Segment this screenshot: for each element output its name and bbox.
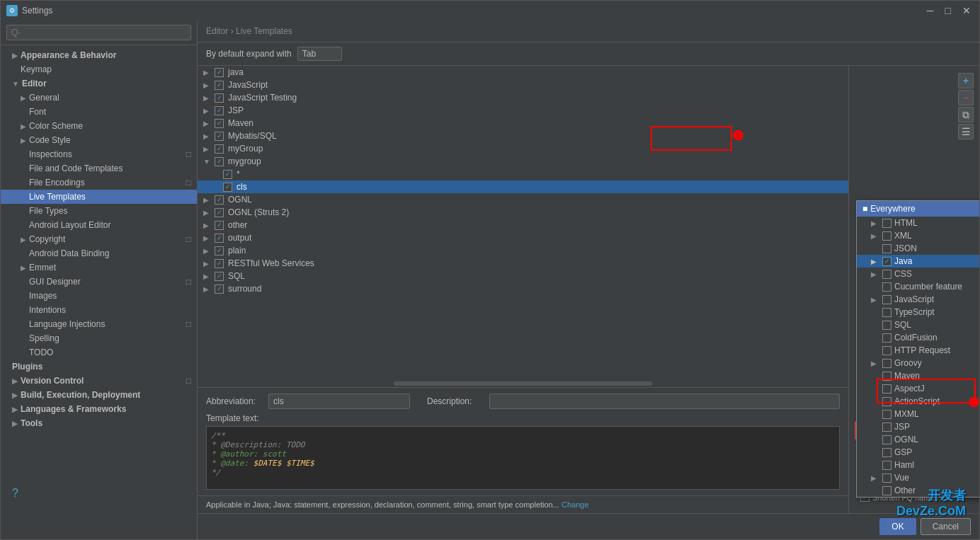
sidebar-item-plugins[interactable]: Plugins [1, 360, 197, 374]
checkbox-mxml[interactable] [882, 410, 891, 419]
add-button[interactable]: + [958, 73, 974, 88]
popup-item-javascript[interactable]: ▶ JavaScript [857, 293, 979, 306]
checkbox-haml[interactable] [882, 461, 891, 470]
popup-item-haml[interactable]: Haml [857, 459, 979, 471]
checkbox-cucumber[interactable] [882, 282, 891, 292]
sidebar-item-file-encodings[interactable]: File Encodings □ [1, 176, 197, 190]
settings-button[interactable]: ☰ [958, 124, 974, 139]
popup-item-aspectj[interactable]: AspectJ [857, 382, 979, 395]
close-button[interactable]: ✕ [959, 5, 974, 16]
popup-item-xml[interactable]: ▶ XML [857, 229, 979, 242]
h-scrollbar[interactable] [394, 381, 651, 386]
sidebar-item-images[interactable]: Images [1, 289, 197, 303]
expand-select[interactable]: Tab Enter Space [297, 47, 342, 61]
change-link[interactable]: Change [562, 500, 589, 509]
checkbox-coldfusion[interactable] [882, 333, 891, 343]
checkbox-java[interactable] [215, 68, 224, 77]
checkbox-sql-popup[interactable] [882, 321, 891, 330]
popup-item-vue[interactable]: ▶ Vue [857, 471, 979, 484]
tree-item-other[interactable]: ▶ other [198, 219, 848, 231]
sidebar-item-appearance[interactable]: ▶ Appearance & Behavior [1, 48, 197, 62]
checkbox-ognl-popup[interactable] [882, 435, 891, 444]
help-icon[interactable]: ? [12, 487, 18, 500]
copy-button[interactable]: ⧉ [958, 107, 974, 122]
popup-item-cucumber[interactable]: Cucumber feature [857, 280, 979, 293]
tree-item-sql[interactable]: ▶ SQL [198, 270, 848, 282]
checkbox-maven[interactable] [215, 119, 224, 128]
sidebar-item-inspections[interactable]: Inspections □ [1, 147, 197, 161]
checkbox-plain[interactable] [215, 246, 224, 255]
popup-item-maven-popup[interactable]: Maven [857, 369, 979, 382]
popup-item-actionscript[interactable]: ActionScript [857, 395, 979, 408]
tree-item-ognl-struts[interactable]: ▶ OGNL (Struts 2) [198, 206, 848, 219]
checkbox-js-testing[interactable] [215, 93, 224, 103]
sidebar-item-spelling[interactable]: Spelling [1, 331, 197, 345]
sidebar-item-font[interactable]: Font [1, 105, 197, 119]
tree-item-jsp[interactable]: ▶ JSP [198, 104, 848, 117]
tree-item-javascript[interactable]: ▶ JavaScript [198, 79, 848, 91]
checkbox-groovy[interactable] [882, 359, 891, 368]
popup-item-typescript[interactable]: TypeScript [857, 306, 979, 318]
tree-item-star[interactable]: * [198, 168, 848, 180]
checkbox-javascript-popup[interactable] [882, 295, 891, 304]
tree-item-maven[interactable]: ▶ Maven [198, 117, 848, 130]
tree-item-java[interactable]: ▶ java [198, 66, 848, 79]
tree-item-mybatis[interactable]: ▶ Mybatis/SQL [198, 130, 848, 142]
sidebar-item-keymap[interactable]: Keymap [1, 62, 197, 76]
sidebar-item-tools[interactable]: ▶ Tools [1, 416, 197, 430]
checkbox-star[interactable] [223, 170, 232, 179]
checkbox-gsp[interactable] [882, 448, 891, 457]
tree-item-mygroup-cap[interactable]: ▶ myGroup [198, 142, 848, 155]
sidebar-item-code-style[interactable]: ▶ Code Style [1, 133, 197, 147]
checkbox-vue[interactable] [882, 473, 891, 483]
checkbox-xml[interactable] [882, 231, 891, 241]
checkbox-mygroup-cap[interactable] [215, 144, 224, 154]
popup-item-java[interactable]: ▶ Java [857, 255, 979, 268]
sidebar-item-general[interactable]: ▶ General [1, 91, 197, 105]
search-input[interactable] [6, 25, 191, 40]
checkbox-mybatis[interactable] [215, 132, 224, 141]
popup-item-http[interactable]: HTTP Request [857, 344, 979, 357]
tree-item-ognl[interactable]: ▶ OGNL [198, 193, 848, 206]
checkbox-jsp-popup[interactable] [882, 423, 891, 432]
sidebar-item-language-injections[interactable]: Language Injections □ [1, 317, 197, 331]
checkbox-sql[interactable] [215, 272, 224, 281]
sidebar-item-file-code-templates[interactable]: File and Code Templates [1, 161, 197, 176]
popup-item-html[interactable]: ▶ HTML [857, 217, 979, 229]
checkbox-java-popup[interactable] [882, 257, 891, 266]
ok-button[interactable]: OK [879, 518, 916, 535]
remove-button[interactable]: − [958, 90, 974, 105]
template-editor[interactable]: /** * @Description: TODO * @author: scot… [206, 426, 840, 490]
maximize-button[interactable]: □ [942, 5, 954, 16]
popup-item-groovy[interactable]: ▶ Groovy [857, 357, 979, 369]
sidebar-item-emmet[interactable]: ▶ Emmet [1, 260, 197, 275]
popup-item-sql-popup[interactable]: SQL [857, 318, 979, 331]
popup-item-coldfusion[interactable]: ColdFusion [857, 331, 979, 344]
checkbox-css[interactable] [882, 270, 891, 279]
checkbox-ognl[interactable] [215, 195, 224, 205]
cancel-button[interactable]: Cancel [921, 518, 971, 535]
checkbox-aspectj[interactable] [882, 384, 891, 393]
sidebar-item-editor[interactable]: ▼ Editor [1, 76, 197, 91]
tree-item-restful[interactable]: ▶ RESTful Web Services [198, 257, 848, 270]
checkbox-actionscript[interactable] [882, 397, 891, 406]
checkbox-json[interactable] [882, 244, 891, 253]
sidebar-item-color-scheme[interactable]: ▶ Color Scheme [1, 119, 197, 133]
tree-item-surround[interactable]: ▶ surround [198, 282, 848, 295]
description-input[interactable] [489, 393, 840, 409]
tree-item-output[interactable]: ▶ output [198, 231, 848, 244]
sidebar-item-build[interactable]: ▶ Build, Execution, Deployment [1, 388, 197, 402]
minimize-button[interactable]: ─ [924, 5, 937, 16]
checkbox-maven-popup[interactable] [882, 372, 891, 381]
sidebar-item-vcs[interactable]: ▶ Version Control □ [1, 374, 197, 388]
checkbox-output[interactable] [215, 234, 224, 243]
popup-item-json[interactable]: JSON [857, 242, 979, 255]
checkbox-mygroup[interactable] [215, 157, 224, 166]
popup-item-mxml[interactable]: MXML [857, 408, 979, 420]
checkbox-restful[interactable] [215, 259, 224, 268]
checkbox-other[interactable] [215, 221, 224, 230]
checkbox-surround[interactable] [215, 285, 224, 294]
sidebar-item-android-data-binding[interactable]: Android Data Binding [1, 246, 197, 260]
sidebar-item-todo[interactable]: TODO [1, 345, 197, 360]
checkbox-ognl-struts[interactable] [215, 208, 224, 217]
